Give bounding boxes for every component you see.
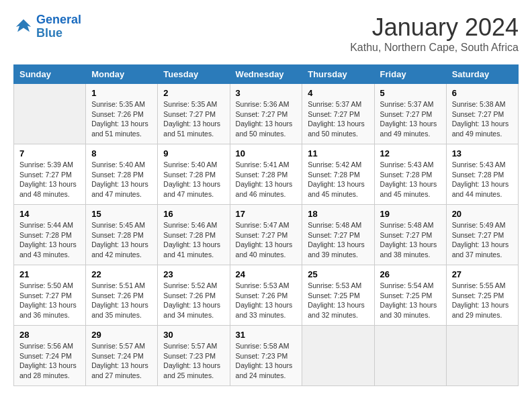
day-info: Sunrise: 5:35 AMSunset: 7:26 PMDaylight:… — [91, 99, 152, 139]
col-tuesday: Tuesday — [158, 65, 230, 84]
calendar-cell: 27Sunrise: 5:55 AMSunset: 7:25 PMDayligh… — [446, 265, 518, 326]
calendar-cell: 17Sunrise: 5:47 AMSunset: 7:27 PMDayligh… — [230, 205, 302, 265]
calendar-cell — [446, 326, 518, 386]
day-number: 24 — [236, 269, 297, 279]
calendar-cell: 28Sunrise: 5:56 AMSunset: 7:24 PMDayligh… — [14, 326, 86, 386]
day-number: 12 — [380, 148, 441, 158]
calendar-cell — [374, 326, 446, 386]
day-info: Sunrise: 5:56 AMSunset: 7:24 PMDaylight:… — [19, 341, 80, 381]
calendar-row-4: 28Sunrise: 5:56 AMSunset: 7:24 PMDayligh… — [14, 326, 519, 386]
calendar-cell: 1Sunrise: 5:35 AMSunset: 7:26 PMDaylight… — [86, 84, 158, 144]
day-info: Sunrise: 5:49 AMSunset: 7:27 PMDaylight:… — [452, 220, 513, 260]
day-info: Sunrise: 5:54 AMSunset: 7:25 PMDaylight:… — [380, 281, 441, 320]
day-info: Sunrise: 5:42 AMSunset: 7:28 PMDaylight:… — [308, 160, 368, 199]
day-number: 20 — [452, 209, 513, 219]
day-number: 21 — [19, 269, 80, 279]
day-number: 19 — [380, 209, 441, 219]
day-info: Sunrise: 5:57 AMSunset: 7:23 PMDaylight:… — [163, 341, 224, 381]
day-number: 1 — [91, 88, 152, 98]
day-info: Sunrise: 5:46 AMSunset: 7:28 PMDaylight:… — [163, 220, 224, 260]
day-number: 25 — [308, 269, 368, 279]
day-number: 13 — [452, 148, 513, 158]
day-info: Sunrise: 5:48 AMSunset: 7:27 PMDaylight:… — [380, 220, 441, 260]
day-number: 30 — [163, 330, 224, 340]
day-info: Sunrise: 5:39 AMSunset: 7:27 PMDaylight:… — [19, 160, 80, 199]
calendar-cell: 26Sunrise: 5:54 AMSunset: 7:25 PMDayligh… — [374, 265, 446, 326]
day-info: Sunrise: 5:37 AMSunset: 7:27 PMDaylight:… — [380, 99, 441, 139]
title-section: January 2024 Kathu, Northern Cape, South… — [350, 13, 519, 54]
day-info: Sunrise: 5:53 AMSunset: 7:26 PMDaylight:… — [236, 281, 297, 320]
day-info: Sunrise: 5:36 AMSunset: 7:27 PMDaylight:… — [236, 99, 297, 139]
day-info: Sunrise: 5:52 AMSunset: 7:26 PMDaylight:… — [163, 281, 224, 320]
day-info: Sunrise: 5:53 AMSunset: 7:25 PMDaylight:… — [308, 281, 368, 320]
col-sunday: Sunday — [14, 65, 86, 84]
day-number: 16 — [163, 209, 224, 219]
calendar-cell: 14Sunrise: 5:44 AMSunset: 7:28 PMDayligh… — [14, 205, 86, 265]
day-number: 10 — [236, 148, 297, 158]
day-number: 5 — [380, 88, 441, 98]
calendar-cell: 30Sunrise: 5:57 AMSunset: 7:23 PMDayligh… — [158, 326, 230, 386]
day-info: Sunrise: 5:40 AMSunset: 7:28 PMDaylight:… — [163, 160, 224, 199]
day-info: Sunrise: 5:55 AMSunset: 7:25 PMDaylight:… — [452, 281, 513, 320]
calendar-cell: 10Sunrise: 5:41 AMSunset: 7:28 PMDayligh… — [230, 144, 302, 205]
calendar-cell: 7Sunrise: 5:39 AMSunset: 7:27 PMDaylight… — [14, 144, 86, 205]
calendar-cell: 15Sunrise: 5:45 AMSunset: 7:28 PMDayligh… — [86, 205, 158, 265]
calendar-cell: 25Sunrise: 5:53 AMSunset: 7:25 PMDayligh… — [302, 265, 374, 326]
calendar-cell: 9Sunrise: 5:40 AMSunset: 7:28 PMDaylight… — [158, 144, 230, 205]
calendar-cell: 16Sunrise: 5:46 AMSunset: 7:28 PMDayligh… — [158, 205, 230, 265]
day-number: 22 — [91, 269, 152, 279]
svg-marker-0 — [16, 19, 32, 32]
day-info: Sunrise: 5:37 AMSunset: 7:27 PMDaylight:… — [308, 99, 368, 139]
day-info: Sunrise: 5:43 AMSunset: 7:28 PMDaylight:… — [380, 160, 441, 199]
calendar-cell: 19Sunrise: 5:48 AMSunset: 7:27 PMDayligh… — [374, 205, 446, 265]
logo-icon — [13, 17, 34, 37]
calendar-cell: 31Sunrise: 5:58 AMSunset: 7:23 PMDayligh… — [230, 326, 302, 386]
calendar-header-row: Sunday Monday Tuesday Wednesday Thursday… — [14, 65, 519, 84]
day-number: 3 — [236, 88, 297, 98]
col-saturday: Saturday — [446, 65, 518, 84]
calendar-table: Sunday Monday Tuesday Wednesday Thursday… — [13, 64, 519, 386]
day-info: Sunrise: 5:40 AMSunset: 7:28 PMDaylight:… — [91, 160, 152, 199]
calendar-cell: 29Sunrise: 5:57 AMSunset: 7:24 PMDayligh… — [86, 326, 158, 386]
day-number: 29 — [91, 330, 152, 340]
calendar-cell: 4Sunrise: 5:37 AMSunset: 7:27 PMDaylight… — [302, 84, 374, 144]
day-number: 9 — [163, 148, 224, 158]
day-number: 6 — [452, 88, 513, 98]
day-number: 28 — [19, 330, 80, 340]
day-number: 2 — [163, 88, 224, 98]
day-info: Sunrise: 5:57 AMSunset: 7:24 PMDaylight:… — [91, 341, 152, 381]
logo-line2: Blue — [36, 27, 81, 40]
calendar-cell: 11Sunrise: 5:42 AMSunset: 7:28 PMDayligh… — [302, 144, 374, 205]
day-info: Sunrise: 5:51 AMSunset: 7:26 PMDaylight:… — [91, 281, 152, 320]
calendar-cell: 22Sunrise: 5:51 AMSunset: 7:26 PMDayligh… — [86, 265, 158, 326]
day-info: Sunrise: 5:58 AMSunset: 7:23 PMDaylight:… — [236, 341, 297, 381]
calendar-cell: 12Sunrise: 5:43 AMSunset: 7:28 PMDayligh… — [374, 144, 446, 205]
calendar-row-2: 14Sunrise: 5:44 AMSunset: 7:28 PMDayligh… — [14, 205, 519, 265]
calendar-cell: 8Sunrise: 5:40 AMSunset: 7:28 PMDaylight… — [86, 144, 158, 205]
calendar-cell — [302, 326, 374, 386]
day-info: Sunrise: 5:41 AMSunset: 7:28 PMDaylight:… — [236, 160, 297, 199]
day-info: Sunrise: 5:50 AMSunset: 7:27 PMDaylight:… — [19, 281, 80, 320]
day-info: Sunrise: 5:35 AMSunset: 7:27 PMDaylight:… — [163, 99, 224, 139]
col-monday: Monday — [86, 65, 158, 84]
calendar-cell: 3Sunrise: 5:36 AMSunset: 7:27 PMDaylight… — [230, 84, 302, 144]
calendar-cell: 13Sunrise: 5:43 AMSunset: 7:28 PMDayligh… — [446, 144, 518, 205]
day-info: Sunrise: 5:48 AMSunset: 7:27 PMDaylight:… — [308, 220, 368, 260]
day-number: 17 — [236, 209, 297, 219]
day-info: Sunrise: 5:45 AMSunset: 7:28 PMDaylight:… — [91, 220, 152, 260]
calendar-row-3: 21Sunrise: 5:50 AMSunset: 7:27 PMDayligh… — [14, 265, 519, 326]
location-title: Kathu, Northern Cape, South Africa — [350, 42, 519, 54]
day-number: 4 — [308, 88, 368, 98]
calendar-cell: 24Sunrise: 5:53 AMSunset: 7:26 PMDayligh… — [230, 265, 302, 326]
calendar-cell: 2Sunrise: 5:35 AMSunset: 7:27 PMDaylight… — [158, 84, 230, 144]
col-thursday: Thursday — [302, 65, 374, 84]
day-number: 7 — [19, 148, 80, 158]
day-number: 27 — [452, 269, 513, 279]
logo: General Blue — [13, 13, 81, 40]
calendar-cell: 6Sunrise: 5:38 AMSunset: 7:27 PMDaylight… — [446, 84, 518, 144]
calendar-cell: 23Sunrise: 5:52 AMSunset: 7:26 PMDayligh… — [158, 265, 230, 326]
day-info: Sunrise: 5:44 AMSunset: 7:28 PMDaylight:… — [19, 220, 80, 260]
day-number: 31 — [236, 330, 297, 340]
day-number: 18 — [308, 209, 368, 219]
day-number: 23 — [163, 269, 224, 279]
